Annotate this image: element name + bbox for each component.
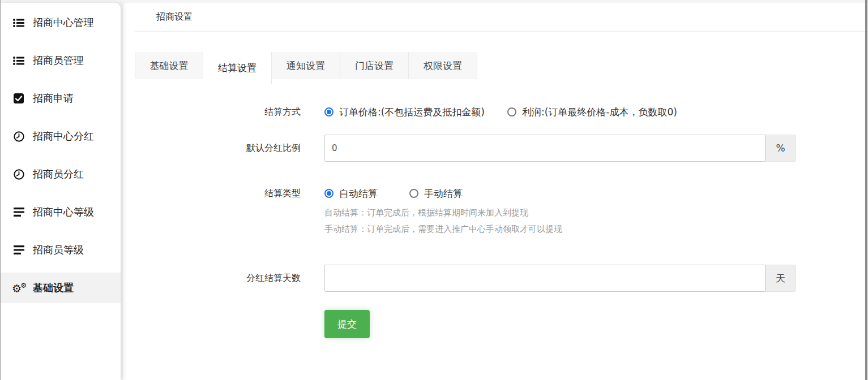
- check-square-icon: [12, 93, 25, 103]
- form-row-settlement-type: 结算类型 自动结算 手动结算 自动结算：订单完成后，根据结算期时间来加入到提现 …: [123, 187, 868, 238]
- sidebar-item-label: 招商员等级: [33, 243, 84, 257]
- help-manual-settle: 手动结算：订单完成后，需要进入推广中心手动领取才可以提现: [324, 221, 562, 238]
- form-row-settlement-days: 分红结算天数 天: [123, 265, 868, 292]
- sidebar-item-basic-settings[interactable]: ⚙⚙ 基础设置: [1, 273, 121, 303]
- tab-settlement-settings[interactable]: 结算设置: [203, 52, 272, 84]
- sidebar-item-merchant-center-manage[interactable]: 招商中心管理: [1, 7, 121, 38]
- radio-manual-settle[interactable]: [409, 189, 418, 198]
- align-left-icon: [12, 245, 25, 254]
- main-content: 招商设置 基础设置 结算设置 通知设置 门店设置 权限设置 结算方式 订单价格:…: [123, 3, 868, 380]
- days-addon: 天: [766, 265, 796, 292]
- sidebar-item-staff-dividend[interactable]: 招商员分红: [1, 159, 121, 189]
- sidebar-item-merchant-staff-manage[interactable]: 招商员管理: [1, 45, 121, 76]
- cogs-icon: ⚙⚙: [12, 282, 25, 294]
- settlement-type-control: 自动结算 手动结算 自动结算：订单完成后，根据结算期时间来加入到提现 手动结算：…: [324, 187, 562, 238]
- sidebar-item-merchant-apply[interactable]: 招商申请: [1, 83, 121, 114]
- settlement-method-label: 结算方式: [123, 105, 301, 119]
- settlement-method-options: 订单价格:(不包括运费及抵扣金额) 利润:(订单最终价格-成本，负数取0): [324, 105, 677, 119]
- radio-order-price-label[interactable]: 订单价格:(不包括运费及抵扣金额): [339, 105, 485, 119]
- form-row-default-ratio: 默认分红比例 %: [123, 135, 868, 162]
- app-window: 招商中心管理 招商员管理 招商申请: [1, 0, 868, 380]
- sidebar-item-staff-level[interactable]: 招商员等级: [1, 235, 121, 265]
- radio-profit-label[interactable]: 利润:(订单最终价格-成本，负数取0): [522, 105, 677, 119]
- settlement-days-input[interactable]: [324, 265, 766, 292]
- tab-store-settings[interactable]: 门店设置: [340, 52, 409, 79]
- settlement-type-label: 结算类型: [123, 187, 301, 200]
- sidebar: 招商中心管理 招商员管理 招商申请: [1, 3, 121, 380]
- list-icon: [12, 56, 25, 66]
- page-title: 招商设置: [156, 11, 193, 23]
- settings-tabbar: 基础设置 结算设置 通知设置 门店设置 权限设置: [135, 52, 868, 84]
- sidebar-item-label: 招商员分红: [33, 167, 84, 181]
- clock-icon: [12, 131, 25, 142]
- settlement-days-label: 分红结算天数: [123, 265, 301, 292]
- sidebar-item-label: 招商中心分红: [33, 129, 94, 143]
- settlement-type-options: 自动结算 手动结算: [324, 187, 562, 200]
- sidebar-item-label: 招商员管理: [33, 54, 84, 67]
- tab-notify-settings[interactable]: 通知设置: [272, 52, 340, 79]
- settlement-days-group: 天: [324, 265, 796, 292]
- tab-basic-settings[interactable]: 基础设置: [135, 52, 203, 79]
- radio-auto-settle-label[interactable]: 自动结算: [339, 187, 378, 200]
- page-header: 招商设置: [135, 3, 868, 32]
- tab-permission-settings[interactable]: 权限设置: [409, 52, 477, 79]
- clock-icon: [12, 169, 25, 180]
- vertical-scrollbar[interactable]: [865, 0, 867, 380]
- settlement-form: 结算方式 订单价格:(不包括运费及抵扣金额) 利润:(订单最终价格-成本，负数取…: [123, 105, 868, 338]
- default-ratio-input[interactable]: [324, 135, 766, 162]
- radio-order-price[interactable]: [324, 107, 333, 116]
- settlement-type-help: 自动结算：订单完成后，根据结算期时间来加入到提现 手动结算：订单完成后，需要进入…: [324, 205, 562, 238]
- percent-addon: %: [766, 135, 796, 162]
- align-left-icon: [12, 208, 25, 217]
- sidebar-item-label: 招商中心等级: [33, 205, 94, 219]
- radio-auto-settle[interactable]: [324, 189, 333, 198]
- default-ratio-group: %: [324, 135, 796, 162]
- radio-manual-settle-label[interactable]: 手动结算: [424, 187, 463, 200]
- submit-button[interactable]: 提交: [324, 310, 370, 338]
- sidebar-item-label: 基础设置: [33, 281, 74, 295]
- sidebar-item-label: 招商申请: [33, 92, 74, 105]
- form-row-settlement-method: 结算方式 订单价格:(不包括运费及抵扣金额) 利润:(订单最终价格-成本，负数取…: [123, 105, 868, 119]
- sidebar-item-label: 招商中心管理: [33, 16, 94, 29]
- sidebar-item-center-dividend[interactable]: 招商中心分红: [1, 121, 121, 152]
- list-icon: [12, 18, 25, 28]
- default-ratio-label: 默认分红比例: [123, 135, 301, 162]
- form-row-submit: 提交: [123, 310, 868, 338]
- sidebar-item-center-level[interactable]: 招商中心等级: [1, 197, 121, 227]
- help-auto-settle: 自动结算：订单完成后，根据结算期时间来加入到提现: [324, 205, 562, 221]
- radio-profit[interactable]: [507, 107, 516, 116]
